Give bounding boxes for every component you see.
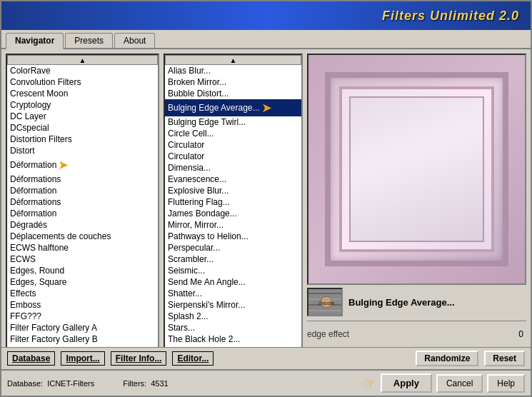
filters-status-value: 4531 (151, 379, 168, 388)
list-item[interactable]: FFG??? (7, 311, 158, 322)
list-item[interactable]: Déformation (7, 208, 158, 219)
filter-item[interactable]: Bulging Edge Twirl... (165, 116, 301, 128)
info-row: claudia Bulging Edge Average... (307, 288, 526, 316)
filter-name-display: Bulging Edge Average... (348, 297, 455, 308)
filters-status-label: Filters: (123, 379, 146, 388)
filter-list[interactable]: ▲ Alias Blur... Broken Mirror... Bubble … (164, 54, 303, 347)
thumb-svg: claudia (308, 288, 341, 316)
preview-area (307, 54, 526, 285)
list-item[interactable]: Effects (7, 288, 158, 299)
list-item[interactable]: Dégradés (7, 219, 158, 231)
preview-inner (308, 55, 525, 283)
left-scroll-up[interactable]: ▲ (7, 55, 158, 65)
filter-item[interactable]: Sierpenski's Mirror... (165, 299, 301, 311)
list-item[interactable]: Convolution Filters (7, 76, 158, 88)
list-item[interactable]: Crescent Moon (7, 88, 158, 99)
reset-button[interactable]: Reset (484, 351, 525, 366)
middle-scroll-up[interactable]: ▲ (165, 55, 301, 65)
database-status-label: Database: (7, 379, 43, 388)
tab-navigator[interactable]: Navigator (6, 33, 64, 49)
list-item[interactable]: ECWS (7, 253, 158, 265)
filter-item[interactable]: Dimensia... (165, 162, 301, 174)
status-bar: Database: ICNET-Filters Filters: 4531 ☞ … (1, 369, 531, 396)
filter-item[interactable]: Circle Cell... (165, 128, 301, 139)
title-bar: Filters Unlimited 2.0 (1, 1, 531, 30)
filter-item[interactable]: Seismic... (165, 265, 301, 276)
filter-item[interactable]: Mirror, Mirror... (165, 219, 301, 231)
filter-item[interactable]: Scrambler... (165, 253, 301, 265)
tab-presets[interactable]: Presets (65, 33, 113, 48)
filter-item[interactable]: Bubble Distort... (165, 88, 301, 99)
list-item[interactable]: DC Layer (7, 111, 158, 122)
thumbnail: claudia (307, 288, 343, 316)
list-item[interactable]: Edges, Round (7, 265, 158, 276)
filter-item[interactable]: Pathways to Helion... (165, 231, 301, 242)
list-item[interactable]: ColorRave (7, 65, 158, 76)
status-left: Database: ICNET-Filters (7, 379, 94, 388)
filter-item[interactable]: The Black Hole 2... (165, 333, 301, 345)
list-item[interactable]: Déformations (7, 174, 158, 185)
filter-item[interactable]: Evanescence... (165, 174, 301, 185)
tab-about[interactable]: About (114, 33, 155, 48)
list-item[interactable]: ECWS halftone (7, 242, 158, 253)
pointer-icon: ➤ (58, 157, 69, 173)
status-right: ☞ Apply Cancel Help (363, 373, 525, 393)
editor-button[interactable]: Editor... (172, 351, 214, 366)
list-item[interactable]: Edges, Square (7, 276, 158, 288)
pointer-icon: ➤ (261, 100, 272, 116)
preview-frame-inner (339, 86, 495, 252)
status-filters: Filters: 4531 (123, 379, 168, 388)
list-item[interactable]: Déformations (7, 196, 158, 208)
filter-item[interactable]: Perspecular... (165, 242, 301, 253)
middle-panel-container: ▲ Alias Blur... Broken Mirror... Bubble … (164, 54, 303, 343)
list-item[interactable]: Filter Factory Gallery A (7, 322, 158, 333)
svg-text:claudia: claudia (318, 301, 334, 306)
effect-row: edge effect 0 (307, 326, 526, 343)
randomize-button[interactable]: Randomize (416, 351, 478, 366)
app-title: Filters Unlimited 2.0 (382, 9, 519, 24)
finger-pointer-icon: ☞ (363, 375, 376, 392)
left-panel-container: ▲ ColorRave Convolution Filters Crescent… (6, 54, 159, 343)
right-panel: claudia Bulging Edge Average... edge eff… (307, 54, 526, 343)
preview-frame-innermost (349, 96, 485, 242)
effect-label: edge effect (307, 329, 349, 339)
cancel-button[interactable]: Cancel (436, 374, 483, 393)
filter-item[interactable]: Splash 2... (165, 311, 301, 322)
tab-bar: Navigator Presets About (1, 30, 531, 49)
filter-item[interactable]: Circulator (165, 139, 301, 151)
preview-frame-outer (325, 72, 509, 266)
filter-item[interactable]: Explosive Blur... (165, 185, 301, 196)
effect-value: 0 (518, 329, 523, 339)
database-status-value: ICNET-Filters (47, 379, 94, 388)
filter-item[interactable]: Alias Blur... (165, 65, 301, 76)
filter-item[interactable]: Circulator (165, 151, 301, 162)
main-content: ▲ ColorRave Convolution Filters Crescent… (1, 49, 531, 347)
list-item[interactable]: Distort (7, 145, 158, 156)
filter-item[interactable]: Stars... (165, 322, 301, 333)
list-item[interactable]: Distortion Filters (7, 134, 158, 145)
list-item[interactable]: Déplacements de couches (7, 231, 158, 242)
main-window: Filters Unlimited 2.0 Navigator Presets … (0, 0, 532, 397)
filter-item[interactable]: Shatter... (165, 288, 301, 299)
list-item[interactable]: Filter Factory Gallery B (7, 333, 158, 345)
filter-item[interactable]: James Bondage... (165, 208, 301, 219)
separator (307, 321, 526, 321)
apply-button[interactable]: Apply (381, 373, 432, 393)
filter-info-button[interactable]: Filter Info... (111, 351, 167, 366)
list-item[interactable]: Déformation ➤ (7, 156, 158, 174)
filter-item-selected[interactable]: Bulging Edge Average... ➤ (165, 99, 301, 116)
filter-item[interactable]: Broken Mirror... (165, 76, 301, 88)
database-button[interactable]: Database (7, 351, 55, 366)
filter-item[interactable]: Fluttering Flag... (165, 196, 301, 208)
help-button[interactable]: Help (487, 374, 525, 393)
category-list[interactable]: ▲ ColorRave Convolution Filters Crescent… (6, 54, 159, 347)
bottom-toolbar: Database Import... Filter Info... Editor… (1, 347, 531, 369)
list-item[interactable]: Emboss (7, 299, 158, 311)
list-item[interactable]: Cryptology (7, 99, 158, 111)
thumb-inner: claudia (308, 289, 341, 315)
list-item[interactable]: DCspecial (7, 122, 158, 134)
list-item[interactable]: Déformation (7, 185, 158, 196)
import-button[interactable]: Import... (61, 351, 104, 366)
filter-item[interactable]: Send Me An Angle... (165, 276, 301, 288)
